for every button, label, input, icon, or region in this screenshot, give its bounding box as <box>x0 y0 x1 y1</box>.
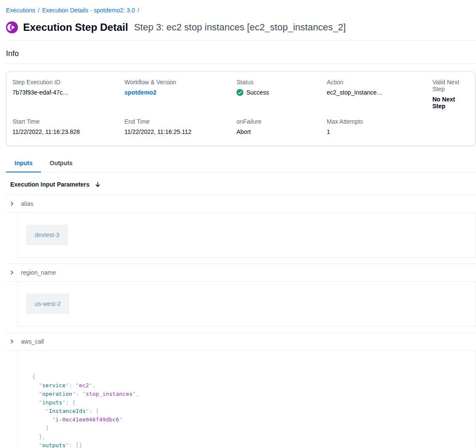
field-action: Action ec2_stop_instance… <box>327 79 432 110</box>
workflow-link[interactable]: spotdemo2 <box>124 89 157 96</box>
field-value: Abort <box>237 128 327 135</box>
chevron-right-icon <box>9 201 14 207</box>
section-row-alias[interactable]: alias <box>0 195 476 212</box>
tab-outputs[interactable]: Outputs <box>41 157 81 172</box>
page-header: Execution Step Detail Step 3: ec2 stop i… <box>0 15 476 40</box>
breadcrumb: Executions/Execution Details - spotdemo2… <box>0 0 476 15</box>
field-value: 11/22/2022, 11:16:25.112 <box>124 128 237 135</box>
section-row-region-name[interactable]: region_name <box>0 264 476 281</box>
region-name-value-chip: us-west-2 <box>26 294 69 314</box>
field-max-attempts: Max Attempts 1 <box>327 118 432 135</box>
field-value: 11/22/2022, 11:16:23.828 <box>12 128 124 135</box>
field-end-time: End Time 11/22/2022, 11:16:25.112 <box>124 118 237 135</box>
breadcrumb-separator: / <box>38 7 39 14</box>
status-badge: Success <box>237 89 327 96</box>
field-step-execution-id: Step Execution ID 7b73f93e-edaf-47c… <box>12 79 124 110</box>
breadcrumb-link-execution-details[interactable]: Execution Details - spotdemo2: 3.0 <box>42 7 135 14</box>
logo-icon <box>6 21 18 33</box>
field-start-time: Start Time 11/22/2022, 11:16:23.828 <box>12 118 124 135</box>
tab-inputs[interactable]: Inputs <box>6 157 41 172</box>
success-check-icon <box>237 89 243 96</box>
page-subtitle: Step 3: ec2 stop instances [ec2_stop_ins… <box>134 22 346 33</box>
divider <box>6 63 476 64</box>
field-value: 7b73f93e-edaf-47c… <box>12 89 124 96</box>
section-row-aws-call[interactable]: aws_call <box>0 333 476 350</box>
chevron-right-icon <box>9 270 14 276</box>
field-valid-next-step: Valid Next Step No Next Step <box>432 79 469 110</box>
section-label-aws-call: aws_call <box>21 338 44 345</box>
section-label-region-name: region_name <box>21 269 56 276</box>
field-label: Max Attempts <box>327 118 432 125</box>
field-label: End Time <box>124 118 237 125</box>
status-text: Success <box>246 89 269 96</box>
breadcrumb-separator: / <box>138 7 139 14</box>
alias-panel: devtest-3 <box>17 213 476 258</box>
execution-input-parameters-heading: Execution Input Parameters <box>0 172 476 195</box>
page-title: Execution Step Detail <box>23 21 128 33</box>
field-status: Status Success <box>237 79 327 110</box>
region-name-panel: us-west-2 <box>17 282 476 326</box>
field-value: 1 <box>327 128 432 135</box>
breadcrumb-link-executions[interactable]: Executions <box>6 7 35 14</box>
alias-value-chip: devtest-3 <box>26 225 68 245</box>
field-label: Status <box>237 79 327 86</box>
info-section-title: Info <box>0 41 476 63</box>
field-value: No Next Step <box>432 96 469 110</box>
aws-call-panel: { "service": "ec2", "operation": "stop_i… <box>17 350 476 448</box>
field-label: Workflow & Version <box>124 79 237 86</box>
tab-bar: Inputs Outputs <box>0 157 476 172</box>
info-card: Step Execution ID 7b73f93e-edaf-47c… Wor… <box>6 71 476 146</box>
field-label: Start Time <box>12 118 124 125</box>
field-workflow-version: Workflow & Version spotdemo2 <box>124 79 237 110</box>
field-label: onFailure <box>237 118 327 125</box>
arrow-down-icon[interactable] <box>95 181 101 188</box>
field-value: ec2_stop_instance… <box>327 89 432 96</box>
field-label: Valid Next Step <box>432 79 469 92</box>
field-label: Action <box>327 79 432 86</box>
code-block: { "service": "ec2", "operation": "stop_i… <box>32 373 467 448</box>
field-label: Step Execution ID <box>12 79 124 86</box>
chevron-right-icon <box>9 338 14 344</box>
params-heading-label: Execution Input Parameters <box>10 181 89 188</box>
section-label-alias: alias <box>21 200 33 207</box>
field-onfailure: onFailure Abort <box>237 118 327 135</box>
